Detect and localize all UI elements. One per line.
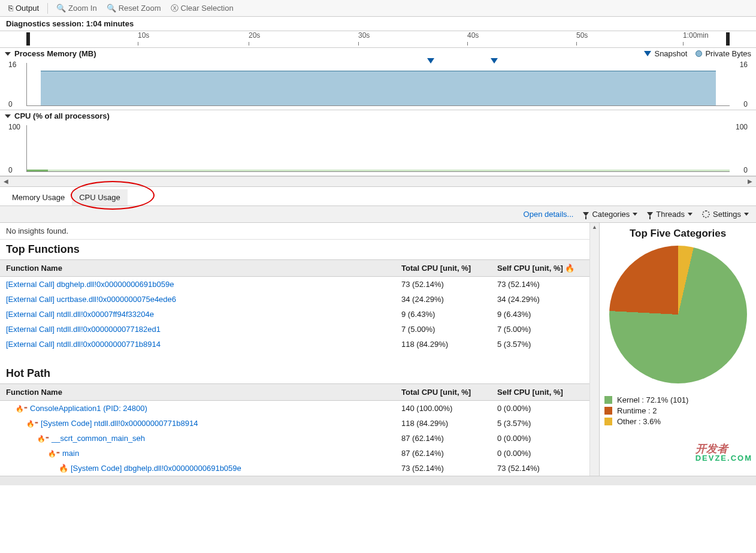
filter-icon <box>583 212 589 216</box>
function-link[interactable]: __scrt_common_main_seh <box>52 434 145 443</box>
function-link[interactable]: ConsoleApplication1 (PID: 24800) <box>30 404 147 413</box>
output-icon: ⎘ <box>8 4 13 13</box>
function-link[interactable]: [System Code] dbghelp.dll!0x00000000691b… <box>71 464 241 473</box>
function-link[interactable]: [System Code] ntdll.dll!0x00000000771b89… <box>41 419 198 428</box>
legend-label: Runtime : 2 <box>617 406 657 415</box>
total-cpu-cell: 118 (84.29%) <box>395 337 491 352</box>
scroll-up-icon[interactable]: ▲ <box>592 224 597 230</box>
cpu-plot-area <box>26 125 730 172</box>
col-self-cpu[interactable]: Self CPU [unit, %] 🔥 <box>491 260 599 277</box>
function-link[interactable]: [External Call] ntdll.dll!0x00000000771b… <box>6 340 161 349</box>
col-total-cpu[interactable]: Total CPU [unit, %] <box>395 384 491 401</box>
legend-item: Kernel : 72.1% (101) <box>604 395 751 404</box>
self-cpu-cell: 5 (3.57%) <box>491 416 599 431</box>
cpu-chart-section: CPU (% of all processors) 100 0 100 0 <box>0 110 756 176</box>
open-details-link[interactable]: Open details... <box>524 210 574 219</box>
reset-zoom-button[interactable]: 🔍Reset Zoom <box>103 2 165 14</box>
table-row[interactable]: 🔥[System Code] dbghelp.dll!0x00000000691… <box>0 461 599 476</box>
tab-memory-usage[interactable]: Memory Usage <box>5 189 72 206</box>
total-cpu-cell: 140 (100.00%) <box>395 401 491 416</box>
col-function-name[interactable]: Function Name <box>0 384 395 401</box>
cpu-chart-title: CPU (% of all processors) <box>14 111 110 120</box>
threads-dropdown[interactable]: Threads <box>647 210 693 219</box>
self-cpu-cell: 34 (24.29%) <box>491 292 599 307</box>
table-row[interactable]: [External Call] ucrtbase.dll!0x000000007… <box>0 292 599 307</box>
collapse-icon[interactable] <box>5 114 11 118</box>
categories-dropdown[interactable]: Categories <box>583 210 637 219</box>
categories-pie-title: Top Five Categories <box>604 228 751 240</box>
chevron-down-icon <box>633 213 637 216</box>
y-axis-min: 0 <box>8 100 13 108</box>
zoom-in-icon: 🔍 <box>56 4 66 13</box>
timeline-tick: 20s <box>249 31 260 40</box>
col-self-cpu[interactable]: Self CPU [unit, %] <box>491 384 599 401</box>
timeline-ruler[interactable]: 10s 20s 30s 40s 50s 1:00min <box>0 31 756 48</box>
function-link[interactable]: [External Call] dbghelp.dll!0x0000000069… <box>6 280 174 289</box>
insights-message: No insights found. <box>0 223 599 240</box>
function-link[interactable]: [External Call] ntdll.dll!0x000000007718… <box>6 325 161 334</box>
clear-selection-button[interactable]: ⓧClear Selection <box>167 2 237 15</box>
self-cpu-cell: 9 (6.43%) <box>491 307 599 322</box>
table-row[interactable]: [External Call] ntdll.dll!0x00007ff94f33… <box>0 307 599 322</box>
main-results: ▲ No insights found. Top Functions Funct… <box>0 223 599 476</box>
function-link[interactable]: [External Call] ntdll.dll!0x00007ff94f33… <box>6 310 154 319</box>
tab-cpu-usage[interactable]: CPU Usage <box>72 189 128 206</box>
timeline-tick: 10s <box>138 31 149 40</box>
total-cpu-cell: 9 (6.43%) <box>395 307 491 322</box>
table-row[interactable]: [External Call] dbghelp.dll!0x0000000069… <box>0 277 599 292</box>
table-header-row: Function Name Total CPU [unit, %] Self C… <box>0 384 599 401</box>
function-link[interactable]: main <box>62 449 79 458</box>
total-cpu-cell: 118 (84.29%) <box>395 416 491 431</box>
snapshot-icon <box>644 51 651 56</box>
timeline-tick: 50s <box>576 31 588 40</box>
horizontal-scrollbar[interactable]: ◀ ▶ <box>0 176 756 187</box>
total-cpu-cell: 87 (62.14%) <box>395 431 491 446</box>
col-total-cpu[interactable]: Total CPU [unit, %] <box>395 260 491 277</box>
total-cpu-cell: 73 (52.14%) <box>395 461 491 476</box>
scroll-right-icon[interactable]: ▶ <box>748 178 752 185</box>
y-axis-max: 100 <box>8 123 20 131</box>
table-row[interactable]: 🔥⁼ConsoleApplication1 (PID: 24800)140 (1… <box>0 401 599 416</box>
y-axis-min: 0 <box>8 166 13 174</box>
hotpath-icon: 🔥⁼ <box>16 405 28 412</box>
col-function-name[interactable]: Function Name <box>0 260 395 277</box>
table-row[interactable]: [External Call] ntdll.dll!0x000000007718… <box>0 322 599 337</box>
table-row[interactable]: [External Call] ntdll.dll!0x00000000771b… <box>0 337 599 352</box>
settings-dropdown[interactable]: Settings <box>702 210 749 219</box>
collapse-icon[interactable] <box>5 52 11 56</box>
zoom-in-button[interactable]: 🔍Zoom In <box>53 2 101 14</box>
scroll-left-icon[interactable]: ◀ <box>4 178 8 185</box>
table-row[interactable]: 🔥⁼__scrt_common_main_seh87 (62.14%)0 (0.… <box>0 431 599 446</box>
y-axis-max-right: 100 <box>736 123 748 131</box>
self-cpu-cell: 0 (0.00%) <box>491 431 599 446</box>
cpu-chart[interactable]: 100 0 100 0 <box>0 122 756 176</box>
legend-snapshot: Snapshot <box>644 49 687 58</box>
timeline-tick: 40s <box>467 31 479 40</box>
hotpath-icon: 🔥⁼ <box>26 420 38 427</box>
table-row[interactable]: 🔥⁼[System Code] ntdll.dll!0x00000000771b… <box>0 416 599 431</box>
function-link[interactable]: [External Call] ucrtbase.dll!0x000000007… <box>6 295 176 304</box>
legend-swatch <box>604 418 612 425</box>
legend-item: Runtime : 2 <box>604 406 751 415</box>
table-row[interactable]: 🔥⁼main87 (62.14%)0 (0.00%) <box>0 446 599 461</box>
timeline-tick: 30s <box>358 31 370 40</box>
output-button[interactable]: ⎘Output <box>5 2 43 14</box>
table-header-row: Function Name Total CPU [unit, %] Self C… <box>0 260 599 277</box>
memory-chart[interactable]: 16 0 16 0 <box>0 59 756 110</box>
filter-icon <box>647 212 653 216</box>
gear-icon <box>702 210 710 218</box>
self-cpu-cell: 0 (0.00%) <box>491 446 599 461</box>
legend-swatch <box>604 407 612 415</box>
hotpath-icon: 🔥⁼ <box>48 450 60 457</box>
top-functions-table: Function Name Total CPU [unit, %] Self C… <box>0 259 599 352</box>
timeline-end-marker[interactable] <box>726 32 730 46</box>
snapshot-marker[interactable] <box>427 58 434 64</box>
status-bar <box>0 476 756 485</box>
timeline-start-marker[interactable] <box>26 32 30 46</box>
memory-chart-title: Process Memory (MB) <box>14 49 96 58</box>
legend-swatch <box>604 396 612 404</box>
top-functions-heading: Top Functions <box>0 240 599 259</box>
total-cpu-cell: 7 (5.00%) <box>395 322 491 337</box>
vertical-scrollbar[interactable]: ▲ <box>589 223 599 476</box>
snapshot-marker[interactable] <box>491 58 498 64</box>
